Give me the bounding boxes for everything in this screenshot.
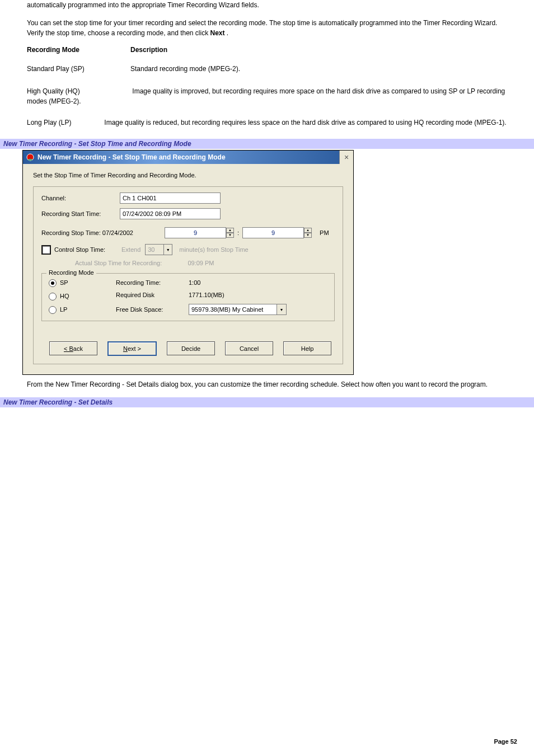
table-header-desc: Description: [130, 46, 167, 54]
start-time-field[interactable]: 07/24/2002 08:09 PM: [120, 208, 221, 219]
intro-fragment: automatically programmed into the approp…: [27, 0, 512, 10]
step-6-text: From the New Timer Recording - Set Detai…: [27, 379, 512, 389]
titlebar[interactable]: New Timer Recording - Set Stop Time and …: [23, 151, 353, 164]
recording-time-label: Recording Time:: [116, 279, 183, 286]
chevron-down-icon: ▼: [163, 245, 172, 255]
channel-field[interactable]: Ch 1 CH001: [120, 192, 221, 204]
svg-rect-1: [29, 159, 32, 161]
time-colon: :: [237, 229, 239, 236]
channel-label: Channel:: [41, 195, 120, 201]
stop-hour-spinner[interactable]: ▲▼: [226, 228, 234, 238]
control-stop-label: Control Stop Time:: [54, 246, 121, 253]
radio-lp[interactable]: LP: [49, 306, 116, 314]
stop-time-label: Recording Stop Time: 07/24/2002: [41, 229, 165, 236]
page-footer: Page 52: [0, 738, 534, 745]
close-icon[interactable]: ×: [339, 151, 353, 164]
start-time-label: Recording Start Time:: [41, 210, 120, 217]
required-disk-value: 1771.10(MB): [189, 292, 287, 298]
table-header-mode: Recording Mode: [27, 46, 79, 54]
stop-hour-field[interactable]: 9: [165, 227, 226, 238]
extend-suffix: minute(s) from Stop Time: [179, 246, 248, 253]
next-button[interactable]: Next >: [107, 341, 157, 356]
dialog-new-timer-recording: New Timer Recording - Set Stop Time and …: [22, 150, 354, 375]
radio-sp[interactable]: SP: [49, 279, 116, 287]
stop-min-spinner[interactable]: ▲▼: [304, 228, 312, 238]
section-bar-stop-time: New Timer Recording - Set Stop Time and …: [0, 139, 534, 149]
chevron-down-icon[interactable]: ▼: [277, 304, 286, 314]
extend-label: Extend: [121, 246, 140, 253]
control-stop-checkbox[interactable]: [41, 245, 51, 255]
table-row-lp: Long Play (LP) Image quality is reduced,…: [27, 118, 512, 128]
app-icon: [25, 152, 35, 163]
extend-combo: 30 ▼: [145, 244, 172, 255]
free-disk-combo[interactable]: 95979.38(MB) My Cabinet ▼: [189, 304, 287, 315]
required-disk-label: Required Disk: [116, 292, 183, 298]
table-desc-sp: Standard recording mode (MPEG-2).: [130, 65, 240, 73]
back-button[interactable]: < Back: [49, 341, 97, 355]
dialog-panel: Channel: Ch 1 CH001 Recording Start Time…: [33, 186, 343, 364]
actual-stop-row: Actual Stop Time for Recording: 09:09 PM: [75, 260, 335, 266]
help-button[interactable]: Help: [283, 341, 331, 355]
recording-mode-group: Recording Mode SP HQ LP: [41, 273, 335, 321]
decide-button[interactable]: Decide: [167, 341, 215, 355]
step-5-text: You can set the stop time for your timer…: [27, 18, 512, 38]
cancel-button[interactable]: Cancel: [225, 341, 273, 355]
radio-hq[interactable]: HQ: [49, 293, 116, 300]
recording-time-value: 1:00: [189, 279, 287, 286]
section-bar-set-details: New Timer Recording - Set Details: [0, 397, 534, 407]
table-mode-sp: Standard Play (SP): [27, 65, 130, 73]
dialog-intro: Set the Stop Time of Timer Recording and…: [33, 172, 343, 179]
dialog-title: New Timer Recording - Set Stop Time and …: [38, 151, 339, 164]
recording-mode-legend: Recording Mode: [46, 269, 96, 276]
table-row-hq: High Quality (HQ) Image quality is impro…: [27, 86, 512, 106]
stop-min-field[interactable]: 9: [242, 227, 304, 238]
ampm-label: PM: [320, 229, 329, 236]
free-disk-label: Free Disk Space:: [116, 306, 183, 313]
